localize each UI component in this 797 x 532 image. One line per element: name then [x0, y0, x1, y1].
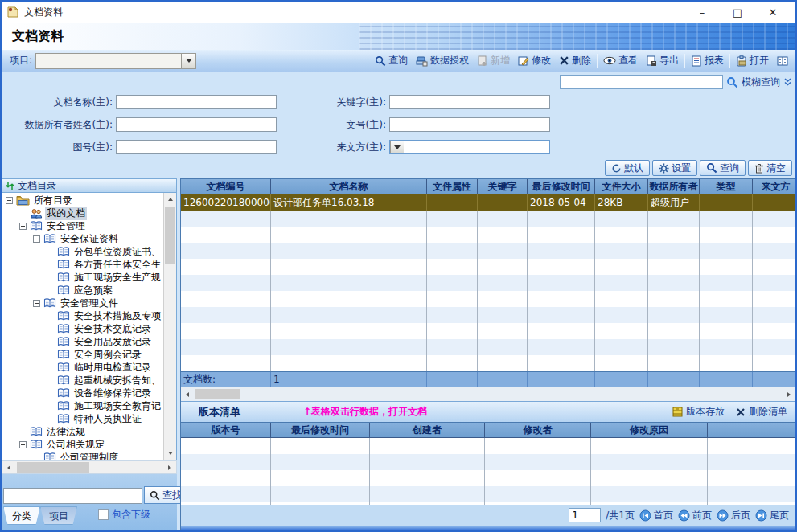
column-header[interactable]: 文件大小 — [595, 179, 648, 194]
drawing-number-field[interactable] — [116, 140, 277, 154]
scroll-right-arrow[interactable] — [783, 387, 795, 401]
tree-item[interactable]: 安全技术措施及专项 — [2, 309, 163, 322]
tree-item[interactable]: 法律法规 — [2, 425, 163, 438]
scroll-right-arrow[interactable] — [163, 461, 176, 473]
query-button[interactable]: 查询 — [700, 160, 746, 176]
tree-item[interactable]: 各方责任主体安全生 — [2, 258, 163, 271]
table-horizontal-scrollbar[interactable] — [181, 387, 795, 401]
scroll-up-arrow[interactable] — [164, 193, 176, 206]
first-page-button[interactable]: 首页 — [639, 509, 673, 522]
tree-vertical-scrollbar[interactable] — [163, 193, 176, 460]
settings-button[interactable]: 设置 — [652, 160, 697, 176]
toolbar-button-delete[interactable]: 删除 — [555, 52, 595, 69]
search-icon[interactable] — [726, 76, 738, 88]
tree-search-input[interactable] — [3, 488, 142, 504]
project-combobox[interactable] — [35, 53, 196, 69]
tree-item[interactable]: 分包单位资质证书、 — [2, 245, 163, 258]
table-row[interactable] — [181, 339, 795, 355]
column-header[interactable]: 创建者 — [370, 423, 485, 437]
prev-page-button[interactable]: 前页 — [678, 509, 712, 522]
column-header[interactable]: 文件属性 — [427, 179, 478, 194]
column-header[interactable]: 文档编号 — [181, 179, 271, 194]
toolbar-button-edit[interactable]: 修改 — [514, 52, 555, 69]
column-header[interactable]: 版本号 — [181, 423, 271, 437]
tree-item[interactable]: 安全管理文件 — [2, 297, 163, 309]
clear-button[interactable]: 清空 — [748, 160, 792, 176]
owner-name-field[interactable] — [116, 117, 277, 132]
column-header[interactable]: 数据所有者 — [648, 179, 700, 194]
table-row[interactable] — [181, 438, 795, 454]
column-header[interactable] — [708, 423, 797, 437]
tree-item[interactable]: 特种人员执业证 — [2, 412, 163, 425]
tree-collapse-toggle[interactable] — [6, 197, 13, 204]
scroll-left-arrow[interactable] — [2, 461, 15, 473]
fuzzy-search-input[interactable] — [560, 75, 723, 89]
table-row[interactable] — [181, 470, 795, 486]
toolbar-button-view[interactable]: 查看 — [599, 52, 642, 69]
include-sub-checkbox[interactable] — [98, 509, 109, 520]
tree-item[interactable]: 应急预案 — [2, 284, 163, 297]
scroll-left-arrow[interactable] — [181, 387, 194, 401]
table-row[interactable] — [181, 307, 795, 323]
tree-collapse-toggle[interactable] — [19, 441, 27, 448]
tree-item[interactable]: 临时用电检查记录 — [2, 361, 163, 374]
tab-project[interactable]: 项目 — [40, 506, 77, 525]
minimize-button[interactable]: – — [684, 2, 720, 22]
table-row[interactable] — [181, 275, 795, 291]
default-button[interactable]: 默认 — [605, 160, 650, 176]
source-combobox-dropdown[interactable] — [390, 141, 404, 153]
close-button[interactable]: ✕ — [755, 2, 791, 22]
table-row[interactable]: 1260022018000002设计部任务单16.03.182018-05-04… — [181, 194, 795, 211]
source-combobox[interactable] — [389, 140, 550, 154]
include-sub-option[interactable]: 包含下级 — [98, 506, 150, 522]
keyword-field[interactable] — [389, 95, 550, 109]
tree-item[interactable]: 公司相关规定 — [2, 438, 163, 451]
tree-item[interactable]: 施工现场安全教育记 — [2, 399, 163, 412]
tree-item[interactable]: 施工现场安全生产规 — [2, 271, 163, 284]
version-clear-button[interactable]: 删除清单 — [736, 405, 787, 419]
refresh-icon[interactable] — [6, 181, 14, 190]
column-header[interactable]: 来文方 — [753, 179, 797, 194]
table-row[interactable] — [181, 243, 795, 259]
toolbar-button-search[interactable]: 查询 — [371, 52, 412, 69]
table-row[interactable] — [181, 291, 795, 307]
tree-item[interactable]: 安全管理 — [2, 219, 163, 232]
tree-item[interactable]: 我的文档 — [2, 207, 163, 219]
fuzzy-search-label[interactable]: 模糊查询 — [742, 76, 780, 89]
tree-item[interactable]: 公司管理制度 — [2, 451, 163, 460]
tree-item[interactable]: 安全用品发放记录 — [2, 335, 163, 348]
version-store-button[interactable]: 版本存放 — [672, 405, 725, 419]
tree-item[interactable]: 起重机械安拆告知、 — [2, 374, 163, 387]
table-row[interactable] — [181, 454, 795, 470]
tree-item[interactable]: 安全技术交底记录 — [2, 322, 163, 335]
tree-item[interactable]: 安全保证资料 — [2, 232, 163, 245]
column-header[interactable]: 类型 — [700, 179, 753, 194]
tree-horizontal-scrollbar[interactable] — [2, 460, 177, 474]
tab-category[interactable]: 分类 — [3, 506, 40, 525]
toolbar-button-columns[interactable] — [773, 54, 792, 68]
last-page-button[interactable]: 尾页 — [755, 509, 789, 522]
toolbar-button-report[interactable]: 报表 — [687, 52, 728, 69]
scroll-down-arrow[interactable] — [164, 447, 176, 460]
toolbar-button-open[interactable]: 打开 — [732, 52, 773, 69]
tree-collapse-toggle[interactable] — [33, 300, 40, 307]
table-row[interactable] — [181, 486, 795, 502]
table-row[interactable] — [181, 323, 795, 339]
table-row[interactable] — [181, 355, 795, 371]
page-number-input[interactable] — [569, 508, 601, 522]
toolbar-button-export[interactable]: 导出 — [642, 52, 683, 69]
column-header[interactable]: 最后修改时间 — [271, 423, 370, 437]
column-header[interactable]: 修改原因 — [591, 423, 708, 437]
chevron-double-down-icon[interactable] — [783, 77, 792, 87]
tree-collapse-toggle[interactable] — [19, 223, 27, 230]
column-header[interactable]: 最后修改时间 — [528, 179, 595, 194]
doc-number-field[interactable] — [389, 117, 550, 132]
tree-item[interactable]: 安全周例会记录 — [2, 348, 163, 361]
scroll-thumb[interactable] — [165, 207, 175, 264]
column-header[interactable]: 文档名称 — [271, 179, 427, 194]
table-row[interactable] — [181, 211, 795, 227]
column-header[interactable]: 关键字 — [478, 179, 528, 194]
table-row[interactable] — [181, 259, 795, 275]
maximize-button[interactable]: □ — [720, 2, 755, 22]
scroll-thumb[interactable] — [195, 389, 240, 399]
